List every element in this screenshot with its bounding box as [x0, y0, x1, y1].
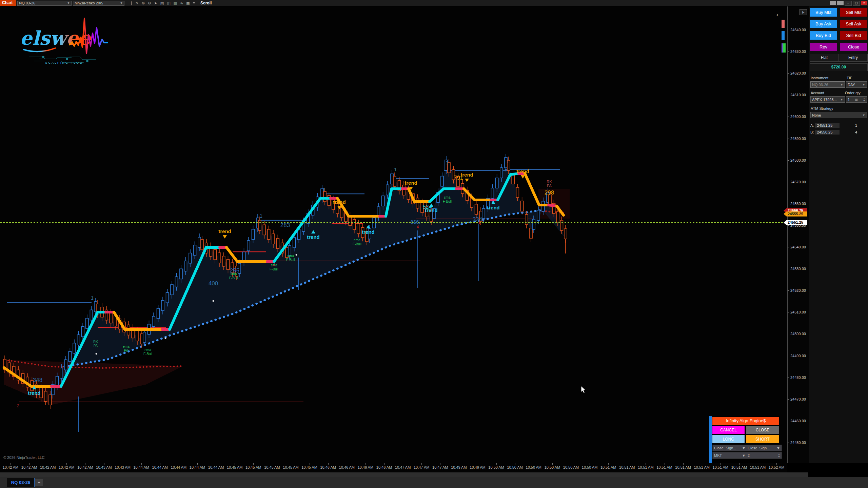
- svg-text:PA: PA: [547, 184, 552, 188]
- sell-mkt-button[interactable]: Sell Mkt: [840, 8, 867, 17]
- time-axis-label: 10:44 AM: [171, 465, 186, 469]
- close-signal-select-right[interactable]: Close_Sign... ▼: [746, 445, 782, 451]
- price-axis-label: 24560.00: [790, 202, 806, 206]
- price-tick: [788, 73, 789, 74]
- account-select[interactable]: APEX-17923... ▼: [810, 96, 845, 103]
- time-tick: [85, 463, 85, 465]
- svg-text:trend: trend: [487, 205, 500, 210]
- add-tab-button[interactable]: +: [35, 479, 43, 486]
- spinner-arrows-icon[interactable]: ▲▼: [778, 453, 780, 458]
- time-tick: [216, 463, 216, 465]
- svg-text:298: 298: [545, 189, 554, 196]
- zoom-in-icon[interactable]: ⊕: [142, 1, 145, 5]
- time-tick: [235, 463, 235, 465]
- minimize-button[interactable]: –: [845, 1, 852, 6]
- price-axis-label: 24510.00: [790, 310, 806, 314]
- properties-icon[interactable]: ≡: [193, 1, 195, 5]
- buy-ask-button[interactable]: Buy Ask: [810, 20, 837, 28]
- long-button[interactable]: LONG: [712, 435, 745, 443]
- price-axis-label: 24450.00: [790, 441, 806, 445]
- cursor-icon[interactable]: ➤: [154, 1, 157, 5]
- sell-bid-button[interactable]: Sell Bid: [840, 31, 867, 40]
- price-tick: [788, 421, 789, 421]
- close-button[interactable]: ×: [861, 1, 867, 5]
- cancel-button[interactable]: CANCEL: [712, 426, 745, 434]
- chevron-down-icon: ▼: [776, 446, 780, 450]
- fixed-scale-button[interactable]: F: [800, 9, 807, 15]
- tab-bar: NQ 03-26 +: [0, 477, 868, 488]
- buy-mkt-button[interactable]: Buy Mkt: [810, 8, 837, 17]
- window-button-1[interactable]: [830, 1, 836, 5]
- time-tick: [776, 463, 777, 465]
- instrument-select[interactable]: NQ 03-26 ▼: [17, 1, 72, 6]
- chart-menu-button[interactable]: Chart: [0, 0, 16, 6]
- flat-button[interactable]: Flat: [810, 54, 839, 61]
- instrument-field[interactable]: NQ 03-26 ▼: [810, 81, 845, 88]
- calculator-icon[interactable]: ▦: [855, 98, 858, 101]
- svg-text:PA: PA: [94, 344, 98, 348]
- time-tick: [328, 463, 329, 465]
- time-axis-label: 10:52 AM: [769, 465, 784, 469]
- time-axis-label: 10:45 AM: [264, 465, 280, 469]
- close-button[interactable]: Close: [840, 43, 867, 51]
- buy-bid-button[interactable]: Buy Bid: [810, 31, 837, 40]
- time-axis-label: 10:45 AM: [245, 465, 261, 469]
- indicators-icon[interactable]: ▥: [174, 1, 177, 5]
- time-axis-label: 10:42 AM: [77, 465, 93, 469]
- time-axis-label: 10:43 AM: [115, 465, 130, 469]
- rev-button[interactable]: Rev: [810, 43, 837, 51]
- bid-size: 4: [855, 130, 857, 134]
- sell-ask-button[interactable]: Sell Ask: [840, 20, 867, 28]
- indicator-strip-green: [782, 43, 786, 53]
- horizontal-scrollbar[interactable]: [0, 472, 808, 477]
- restore-button[interactable]: ▢: [853, 1, 860, 6]
- time-axis[interactable]: 10:42 AM10:42 AM10:42 AM10:42 AM10:42 AM…: [0, 463, 787, 472]
- time-axis-label: 10:45 AM: [227, 465, 242, 469]
- time-tick: [571, 463, 571, 465]
- chart-area[interactable]: 111111trendtrendtrendtrendtrendtrendtren…: [0, 6, 787, 463]
- svg-text:trend: trend: [333, 199, 346, 205]
- svg-text:PA: PA: [124, 349, 129, 352]
- short-button[interactable]: SHORT: [746, 435, 779, 443]
- price-axis-label: 24620.00: [790, 71, 806, 75]
- window-controls: –▢×: [830, 1, 867, 6]
- chart-style-icon[interactable]: ∥: [131, 1, 133, 5]
- spinner-arrows-icon[interactable]: ▲▼: [863, 97, 865, 102]
- close-button[interactable]: CLOSE: [746, 426, 779, 434]
- time-axis-label: 10:42 AM: [21, 465, 37, 469]
- price-axis[interactable]: 24640.0024630.0024620.0024610.0024600.00…: [787, 6, 809, 463]
- time-axis-label: 10:49 AM: [451, 465, 467, 469]
- close-signal-select-left[interactable]: Close_Sign... ▼: [712, 445, 747, 451]
- price-axis-label: 24470.00: [790, 397, 806, 401]
- chevron-down-icon: ▼: [67, 1, 70, 5]
- data-box-icon[interactable]: ▤: [160, 1, 164, 5]
- tif-select[interactable]: DAY ▼: [846, 81, 867, 88]
- price-marker-24555.25: 24555.25: [784, 211, 807, 217]
- time-tick: [683, 463, 684, 465]
- instrument-select-value: NQ 03-26: [19, 1, 35, 5]
- qty-value: 1: [848, 98, 850, 102]
- svg-text:1: 1: [260, 213, 262, 219]
- draw-icon[interactable]: ✎: [136, 1, 139, 5]
- window-button-2[interactable]: [837, 1, 844, 5]
- period-select[interactable]: ninZaRenko 20/5 ▼: [73, 1, 124, 6]
- order-buttons: Buy MktSell MktBuy AskSell AskBuy BidSel…: [810, 8, 867, 51]
- order-type-select[interactable]: MKT ▼: [712, 452, 747, 459]
- atm-strategy-select[interactable]: None ▼: [810, 112, 867, 118]
- tab-nq-03-26[interactable]: NQ 03-26: [7, 478, 35, 487]
- grid-icon[interactable]: ▦: [186, 1, 190, 5]
- entry-button[interactable]: Entry: [839, 54, 867, 61]
- algo-qty-stepper[interactable]: 2 ▲▼: [746, 452, 782, 459]
- pan-back-arrow-icon[interactable]: ←: [775, 9, 783, 18]
- bid-prefix: B:: [810, 130, 814, 134]
- svg-text:trend: trend: [218, 228, 231, 234]
- chevron-down-icon: ▼: [862, 114, 865, 117]
- time-axis-label: 10:47 AM: [414, 465, 429, 469]
- chart-trader-icon[interactable]: ◫: [167, 1, 170, 5]
- price-tick: [788, 30, 789, 30]
- time-tick: [366, 463, 366, 465]
- svg-text:1: 1: [91, 295, 94, 301]
- qty-stepper[interactable]: 1 ▦ ▲▼: [846, 96, 867, 103]
- drawing-tools-icon[interactable]: ∿: [180, 1, 183, 5]
- zoom-out-icon[interactable]: ⊖: [148, 1, 151, 5]
